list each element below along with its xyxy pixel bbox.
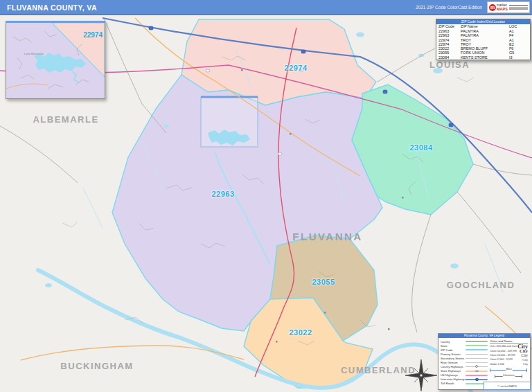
inset-lake-label: Lake Monticello bbox=[24, 52, 44, 55]
logo-ball-icon: m bbox=[489, 4, 496, 11]
copyright-text: © marketMAPS bbox=[497, 384, 517, 388]
city-size-item: Under 2,500City bbox=[490, 362, 528, 366]
title-bar: FLUVANNA COUNTY, VA 2021 ZIP Code ColorC… bbox=[0, 0, 532, 15]
page-title: FLUVANNA COUNTY, VA bbox=[0, 3, 97, 12]
marketmaps-logo: m market MAPS bbox=[487, 1, 530, 13]
county-label-cumberland: CUMBERLAND bbox=[341, 365, 416, 375]
state-highway-marker-icon bbox=[475, 370, 479, 373]
col-zip-name: ZIP Name bbox=[461, 24, 509, 29]
zip-label-23022: 23022 bbox=[289, 328, 312, 337]
zip-label-23055: 23055 bbox=[312, 278, 335, 286]
inset-zip-label-22974: 22974 bbox=[83, 31, 103, 39]
legend-cities: Cities and Towns Over 250,000 and moreCi… bbox=[488, 339, 528, 386]
scale-bar-kilometers: Kilometers bbox=[490, 374, 528, 379]
edition-label: 2021 ZIP Code ColorCast Edition bbox=[416, 5, 482, 10]
zip-label-22963: 22963 bbox=[211, 190, 234, 198]
zip-table-title: ZIP Code Index/Grid Locator bbox=[436, 19, 530, 24]
logo-address-block bbox=[509, 5, 528, 10]
interstate-shield-icon bbox=[475, 378, 479, 381]
logo-maps-text: MAPS bbox=[497, 8, 508, 11]
zip-index-table: ZIP Code Index/Grid Locator ZIP Code ZIP… bbox=[436, 19, 531, 60]
county-label-albemarle: ALBEMARLE bbox=[33, 114, 98, 125]
county-label-louisa: LOUISA bbox=[429, 60, 470, 70]
col-loc: LOC bbox=[509, 24, 530, 29]
zip-label-23084: 23084 bbox=[409, 143, 432, 152]
zip-label-22974: 22974 bbox=[284, 64, 307, 72]
table-row: 23084KENTS STOREI3 bbox=[436, 55, 530, 60]
inset-map-lake-monticello: 22974 Lake Monticello bbox=[6, 21, 105, 99]
county-label-goochland: GOOCHLAND bbox=[447, 280, 515, 290]
scale-bar-miles: Miles bbox=[490, 368, 528, 373]
col-zip-code: ZIP Code bbox=[438, 24, 461, 29]
legend-item: Toll Roads bbox=[441, 382, 488, 386]
legend-line-types: County State ZIP Code Primary Streets Se… bbox=[441, 339, 488, 386]
map-page: 22974 22963 23084 23055 23022 ALBEMARLE … bbox=[0, 0, 532, 392]
county-highway-marker-icon bbox=[475, 365, 478, 368]
copyright-box: © marketMAPS bbox=[484, 382, 531, 390]
county-label-fluvanna: FLUVANNA bbox=[292, 231, 362, 242]
zip-table-header-row: ZIP Code ZIP Name LOC bbox=[436, 24, 530, 29]
county-label-buckingham: BUCKINGHAM bbox=[60, 361, 133, 371]
